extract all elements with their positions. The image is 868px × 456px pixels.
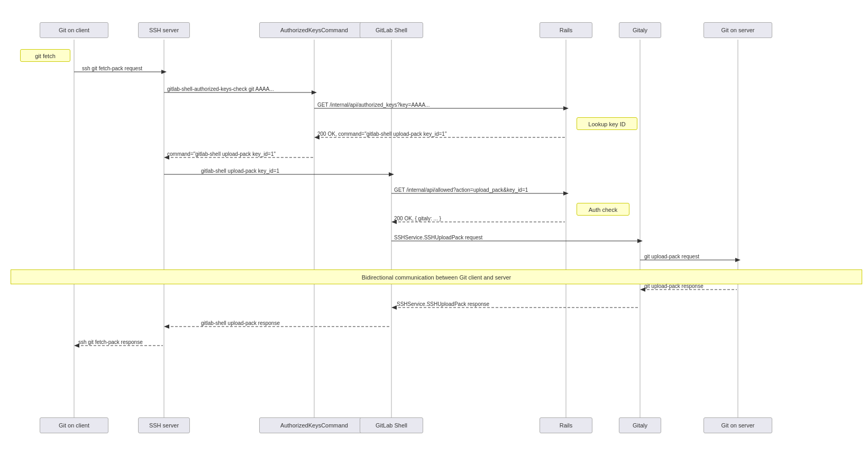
label-arr3: GET /internal/api/authorized_keys?key=AA… (317, 102, 430, 108)
svg-marker-18 (389, 172, 394, 176)
auth-check-note: Auth check (577, 203, 629, 216)
label-arr14: ssh git fetch-pack response (78, 339, 143, 345)
actor-git-client-bot: Git on client (40, 417, 108, 433)
label-arr10: git upload-pack request (644, 254, 699, 259)
actor-ssh-server-bot: SSH server (138, 417, 190, 433)
actor-gitlab-shell-bot: GitLab Shell (360, 417, 423, 433)
sequence-diagram: Git on client SSH server AuthorizedKeysC… (0, 0, 868, 456)
label-arr2: gitlab-shell-authorized-keys-check git A… (167, 86, 274, 92)
label-arr4: 200 OK, command="gitlab-shell upload-pac… (317, 131, 446, 137)
label-arr11: git upload-pack response (644, 283, 703, 289)
git-fetch-note: git fetch (20, 49, 70, 62)
svg-marker-8 (161, 70, 167, 74)
svg-marker-10 (312, 90, 317, 95)
label-arr5: command="gitlab-shell upload-pack key_id… (167, 151, 276, 157)
actor-gitaly-top: Gitaly (619, 22, 661, 38)
actor-rails-bot: Rails (540, 417, 592, 433)
label-arr7: GET /internal/api/allowed?action=upload_… (394, 187, 528, 193)
svg-marker-24 (637, 239, 643, 243)
label-arr9: SSHService.SSHUploadPack request (394, 235, 482, 240)
actor-ssh-server-top: SSH server (138, 22, 190, 38)
actor-git-server-bot: Git on server (703, 417, 772, 433)
actor-git-client-top: Git on client (40, 22, 108, 38)
svg-marker-30 (391, 305, 397, 310)
svg-marker-12 (563, 106, 569, 110)
label-arr12: SSHService.SSHUploadPack response (397, 301, 489, 307)
label-arr6: gitlab-shell upload-pack key_id=1 (201, 168, 279, 174)
bidir-note: Bidirectional communication between Git … (11, 269, 862, 284)
svg-marker-20 (563, 191, 569, 196)
label-arr1: ssh git fetch-pack request (82, 66, 142, 71)
svg-marker-26 (735, 258, 741, 262)
actor-auth-keys-bot: AuthorizedKeysCommand (259, 417, 369, 433)
label-arr8: 200 OK, { gitaly: ... } (394, 216, 441, 221)
label-arr13: gitlab-shell upload-pack response (201, 320, 280, 326)
lookup-key-note: Lookup key ID (577, 117, 637, 130)
actor-rails-top: Rails (540, 22, 592, 38)
actor-gitaly-bot: Gitaly (619, 417, 661, 433)
svg-marker-32 (164, 324, 169, 329)
actor-git-server-top: Git on server (703, 22, 772, 38)
actor-gitlab-shell-top: GitLab Shell (360, 22, 423, 38)
actor-auth-keys-top: AuthorizedKeysCommand (259, 22, 369, 38)
